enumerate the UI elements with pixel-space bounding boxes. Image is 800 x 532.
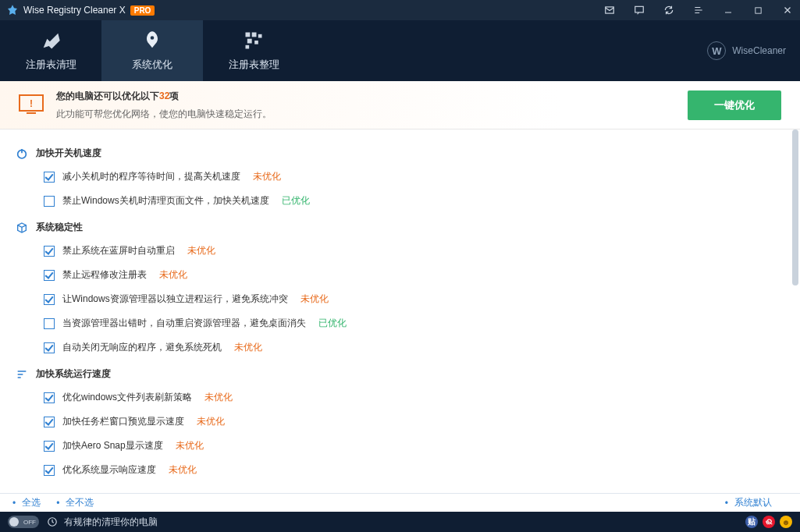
tab-registry-clean[interactable]: 注册表清理 — [0, 20, 101, 81]
svg-rect-4 — [252, 33, 257, 37]
power-icon — [16, 147, 28, 160]
option-row: 禁止Windows关机时清理页面文件，加快关机速度已优化 — [0, 189, 800, 213]
schedule-text: 有规律的清理你的电脑 — [64, 516, 158, 529]
svg-rect-2 — [755, 7, 760, 12]
svg-text:!: ! — [30, 98, 33, 109]
bullet-icon: • — [725, 498, 728, 509]
svg-rect-7 — [254, 41, 258, 44]
tab-system-optimize[interactable]: 系统优化 — [101, 20, 203, 81]
scrollbar[interactable] — [792, 129, 798, 493]
section-title: 系统稳定性 — [36, 221, 83, 234]
brand-text: WiseCleaner — [732, 45, 786, 56]
option-row: 禁止系统在蓝屏时自动重启未优化 — [0, 239, 800, 263]
checkbox[interactable] — [44, 342, 55, 353]
section-header: 系统稳定性 — [0, 216, 800, 239]
brand[interactable]: W WiseCleaner — [707, 20, 786, 81]
status-badge: 未优化 — [197, 415, 225, 428]
banner-title: 您的电脑还可以优化以下32项 — [56, 90, 272, 103]
option-row: 让Windows资源管理器以独立进程运行，避免系统冲突未优化 — [0, 287, 800, 311]
checkbox[interactable] — [44, 417, 55, 427]
social-tieba-icon[interactable]: 贴 — [745, 516, 758, 528]
checkbox[interactable] — [44, 196, 55, 207]
option-text: 让Windows资源管理器以独立进程运行，避免系统冲突 — [62, 293, 288, 306]
schedule-toggle[interactable]: OFF — [8, 516, 39, 528]
svg-rect-3 — [246, 33, 251, 37]
banner: ! 您的电脑还可以优化以下32项 此功能可帮您优化网络，使您的电脑快速稳定运行。… — [0, 81, 800, 129]
option-text: 优化系统显示响应速度 — [62, 463, 156, 477]
checkbox[interactable] — [44, 246, 55, 257]
checkbox[interactable] — [44, 441, 55, 452]
option-row: 加快Aero Snap显示速度未优化 — [0, 434, 800, 458]
tab-label: 注册表整理 — [229, 58, 279, 72]
cube-icon — [16, 222, 28, 234]
option-row: 自动关闭无响应的程序，避免系统死机未优化 — [0, 335, 800, 360]
tab-label: 系统优化 — [132, 58, 172, 72]
option-row: 优化windows文件列表刷新策略未优化 — [0, 385, 800, 410]
footer-selection: • 全选 • 全不选 • 系统默认 — [0, 493, 800, 512]
status-badge: 未优化 — [253, 170, 281, 183]
social-smile-icon[interactable]: ☻ — [780, 516, 792, 528]
feedback-icon[interactable] — [633, 4, 645, 16]
status-badge: 未优化 — [204, 391, 233, 404]
clock-icon — [47, 516, 58, 527]
status-badge: 未优化 — [234, 341, 262, 354]
checkbox[interactable] — [44, 270, 55, 281]
system-default-link[interactable]: 系统默认 — [734, 496, 772, 509]
section-header: 加快系统运行速度 — [0, 363, 800, 385]
app-title: Wise Registry Cleaner X — [23, 5, 126, 16]
svg-rect-1 — [635, 6, 644, 12]
mail-icon[interactable] — [603, 4, 616, 16]
select-none-link[interactable]: 全不选 — [66, 496, 94, 509]
monitor-warning-icon: ! — [19, 94, 44, 116]
svg-rect-8 — [246, 45, 250, 49]
status-badge: 未优化 — [159, 268, 187, 282]
option-text: 禁止系统在蓝屏时自动重启 — [62, 244, 175, 257]
titlebar: Wise Registry Cleaner X PRO — [0, 0, 800, 20]
option-row: 优化系统显示响应速度未优化 — [0, 458, 800, 482]
brush-icon — [40, 30, 62, 51]
tab-label: 注册表清理 — [26, 58, 76, 72]
content-area: 加快开关机速度减小关机时的程序等待时间，提高关机速度未优化禁止Windows关机… — [0, 129, 800, 493]
optimize-button[interactable]: 一键优化 — [688, 90, 781, 120]
checkbox[interactable] — [44, 294, 55, 305]
option-text: 加快任务栏窗口预览显示速度 — [62, 415, 184, 428]
status-badge: 已优化 — [282, 194, 310, 207]
pro-badge: PRO — [130, 5, 155, 16]
option-row: 减小关机时的程序等待时间，提高关机速度未优化 — [0, 165, 800, 189]
footer-status: OFF 有规律的清理你的电脑 贴 ଈ ☻ — [0, 512, 800, 532]
svg-rect-10 — [27, 112, 36, 114]
option-text: 减小关机时的程序等待时间，提高关机速度 — [62, 170, 240, 183]
checkbox[interactable] — [44, 318, 55, 329]
status-badge: 未优化 — [176, 439, 204, 452]
section-title: 加快系统运行速度 — [36, 367, 111, 381]
checkbox[interactable] — [44, 392, 55, 403]
rocket-icon — [141, 30, 163, 51]
refresh-icon[interactable] — [663, 4, 675, 16]
status-badge: 未优化 — [300, 293, 329, 306]
svg-rect-5 — [258, 34, 262, 38]
option-text: 当资源管理器出错时，自动重启资源管理器，避免桌面消失 — [62, 317, 306, 330]
section-title: 加快开关机速度 — [36, 147, 101, 160]
maximize-icon[interactable] — [752, 4, 764, 16]
social-weibo-icon[interactable]: ଈ — [763, 516, 775, 528]
banner-subtitle: 此功能可帮您优化网络，使您的电脑快速稳定运行。 — [56, 108, 272, 121]
bullet-icon: • — [12, 498, 16, 509]
status-badge: 未优化 — [187, 244, 215, 257]
option-text: 优化windows文件列表刷新策略 — [62, 391, 192, 404]
option-row: 禁止远程修改注册表未优化 — [0, 263, 800, 287]
speed-icon — [16, 368, 28, 381]
minimize-icon[interactable] — [722, 4, 734, 16]
grid-icon — [243, 30, 265, 51]
checkbox[interactable] — [44, 465, 55, 476]
option-row: 当资源管理器出错时，自动重启资源管理器，避免桌面消失已优化 — [0, 311, 800, 335]
close-icon[interactable] — [781, 4, 794, 16]
select-all-link[interactable]: 全选 — [22, 496, 41, 509]
menu-icon[interactable] — [692, 4, 705, 16]
option-text: 禁止远程修改注册表 — [62, 268, 147, 282]
bullet-icon: • — [56, 498, 59, 509]
checkbox[interactable] — [44, 172, 55, 183]
navbar: 注册表清理 系统优化 注册表整理 W WiseCleaner — [0, 20, 800, 81]
tab-registry-defrag[interactable]: 注册表整理 — [203, 20, 304, 81]
brand-logo-icon: W — [707, 41, 726, 60]
section-header: 加快开关机速度 — [0, 142, 800, 165]
